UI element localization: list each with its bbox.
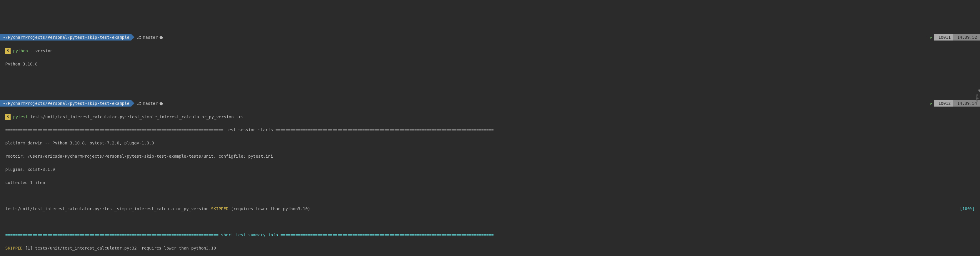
summary-header: ========================================… xyxy=(0,232,980,238)
status-check-icon: ✔ xyxy=(926,34,934,41)
clock-time: 14:39:52 xyxy=(953,34,980,41)
status-skipped: SKIPPED xyxy=(211,205,229,212)
spacer xyxy=(0,74,980,81)
command-line-2[interactable]: $ pytest tests/unit/test_interest_calcul… xyxy=(0,114,980,120)
prompt-symbol: $ xyxy=(5,114,11,120)
right-status: ✔ 10012 14:39:54 xyxy=(926,100,980,107)
collected-line: collected 1 item xyxy=(0,179,980,186)
git-branch-segment: ⎇ master ● xyxy=(137,100,163,107)
git-branch-segment: ⎇ master ● xyxy=(137,34,163,41)
command-name: python xyxy=(13,47,28,54)
branch-name: master xyxy=(143,34,158,41)
progress-percent: [100%] xyxy=(960,205,980,212)
plugins-line: plugins: xdist-3.1.0 xyxy=(0,166,980,172)
skip-label: SKIPPED xyxy=(5,246,23,250)
cwd-path: ~/PycharmProjects/Personal/pytest-skip-t… xyxy=(0,34,131,41)
tmux-marker-icon: M xyxy=(978,88,980,94)
history-number: 10011 xyxy=(934,34,953,41)
spacer xyxy=(0,192,980,199)
prompt-row-1: ~/PycharmProjects/Personal/pytest-skip-t… xyxy=(0,34,980,41)
output-python-version: Python 3.10.8 xyxy=(0,61,980,67)
test-result-line: tests/unit/test_interest_calculator.py::… xyxy=(0,205,980,212)
command-args: tests/unit/test_interest_calculator.py::… xyxy=(28,114,243,120)
rootdir-line: rootdir: /Users/ericsda/PycharmProjects/… xyxy=(0,153,980,160)
test-path: tests/unit/test_interest_calculator.py::… xyxy=(5,205,211,212)
command-line-1[interactable]: $ python --version xyxy=(0,47,980,54)
spacer xyxy=(0,219,980,225)
prompt-row-2: ~/PycharmProjects/Personal/pytest-skip-t… xyxy=(0,100,980,107)
tmux-pane-label: make xyxy=(975,94,979,102)
summary-skip-line: SKIPPED [1] tests/unit/test_interest_cal… xyxy=(0,245,980,251)
command-name: pytest xyxy=(13,114,28,120)
history-number: 10012 xyxy=(934,100,953,107)
branch-icon: ⎇ xyxy=(137,100,141,107)
prompt-symbol: $ xyxy=(5,48,11,54)
status-check-icon: ✔ xyxy=(926,100,934,107)
session-header: ========================================… xyxy=(0,126,980,133)
right-status: ✔ 10011 14:39:52 xyxy=(926,34,980,41)
skip-detail: [1] tests/unit/test_interest_calculator.… xyxy=(23,246,216,250)
skip-reason: (requires lower than python3.10) xyxy=(229,205,310,212)
platform-line: platform darwin -- Python 3.10.8, pytest… xyxy=(0,140,980,146)
cwd-path: ~/PycharmProjects/Personal/pytest-skip-t… xyxy=(0,100,131,107)
branch-icon: ⎇ xyxy=(137,34,141,41)
command-args: --version xyxy=(28,47,52,54)
branch-name: master xyxy=(143,100,158,107)
